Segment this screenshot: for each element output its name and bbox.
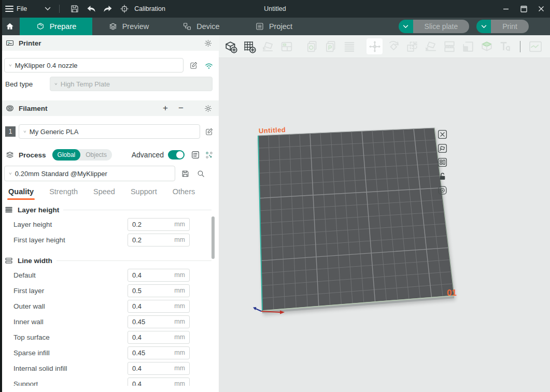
edit-filament-button[interactable]	[203, 126, 215, 137]
scale-tool-button[interactable]	[404, 38, 420, 54]
calibration-label[interactable]: Calibration	[134, 5, 165, 12]
move-tool-button[interactable]	[366, 38, 383, 54]
cut-tool-button[interactable]	[441, 38, 457, 54]
inner-wall-line-width-input[interactable]: 0.45 mm	[128, 315, 190, 328]
setting-row-inner-wall: Inner wall 0.45 mm	[0, 314, 219, 329]
layer-height-group-header: Layer height	[0, 203, 219, 216]
maximize-button[interactable]	[515, 0, 532, 18]
undo-button[interactable]	[84, 2, 98, 16]
slice-plate-button[interactable]: Slice plate	[413, 20, 470, 33]
variable-layer-height-button[interactable]	[460, 38, 476, 54]
slice-plate-split-button: Slice plate	[399, 20, 470, 33]
filament-preset-select[interactable]: ˅My Generic PLA	[19, 124, 200, 139]
menu-icon[interactable]	[5, 6, 13, 12]
settings-panel: Printer ˅MyKlipper 0.4 nozzle Bed type	[0, 35, 219, 392]
lock-plate-button[interactable]	[437, 171, 448, 182]
compare-params-button[interactable]	[203, 149, 215, 161]
layer-height-input[interactable]: 0.2 mm	[128, 218, 190, 231]
orient-plate-button[interactable]	[437, 143, 448, 154]
save-button[interactable]	[68, 2, 81, 16]
printer-connection-button[interactable]	[203, 60, 215, 71]
advanced-toggle[interactable]	[168, 150, 185, 159]
project-icon	[255, 22, 264, 31]
printer-preset-select[interactable]: ˅MyKlipper 0.4 nozzle	[4, 58, 184, 72]
minimize-button[interactable]	[497, 0, 515, 18]
main-tabbar: Prepare Preview Device Project Slice pla…	[0, 18, 550, 35]
slice-dropdown-button[interactable]	[399, 20, 413, 33]
scope-objects-option[interactable]: Objects	[80, 149, 112, 161]
remove-filament-button[interactable]: −	[175, 103, 187, 113]
home-button[interactable]	[0, 18, 20, 35]
internal-solid-infill-line-width-input[interactable]: 0.4 mm	[128, 362, 190, 375]
tab-support[interactable]: Support	[131, 187, 157, 200]
top-surface-line-width-input[interactable]: 0.4 mm	[128, 331, 190, 344]
tab-speed[interactable]: Speed	[93, 187, 115, 200]
lay-on-face-button[interactable]	[422, 38, 439, 54]
tab-strength[interactable]: Strength	[49, 187, 78, 200]
tab-preview[interactable]: Preview	[92, 18, 165, 35]
add-plate-button[interactable]	[241, 38, 257, 54]
titlebar: File Calibration Untitled	[0, 0, 550, 18]
default-line-width-input[interactable]: 0.4 mm	[128, 269, 190, 282]
tab-quality[interactable]: Quality	[8, 187, 34, 200]
toolbar-divider	[520, 41, 520, 52]
gear-icon	[204, 39, 213, 48]
calibration-icon[interactable]	[118, 2, 131, 16]
panel-scrollbar[interactable]	[211, 216, 215, 259]
setting-tabs: Quality Strength Speed Support Others	[8, 187, 219, 200]
paste-button[interactable]	[322, 38, 339, 54]
bed-type-select[interactable]: ˅High Temp Plate	[50, 77, 213, 91]
setting-row-first-layer-height: First layer height 0.2 mm	[0, 232, 219, 248]
tab-project[interactable]: Project	[237, 18, 310, 35]
process-preset-select[interactable]: ˅0.20mm Standard @MyKlipper	[4, 166, 175, 181]
parameter-list-button[interactable]	[190, 149, 201, 161]
print-button[interactable]: Print	[491, 20, 529, 33]
advanced-label: Advanced	[132, 151, 164, 159]
home-icon	[5, 22, 15, 31]
plate-settings-button[interactable]	[437, 185, 448, 196]
rotate-tool-button[interactable]	[385, 38, 401, 54]
print-dropdown-button[interactable]	[476, 20, 491, 33]
close-button[interactable]	[532, 0, 550, 18]
paint-support-button[interactable]	[478, 38, 495, 54]
file-menu-chevron-icon[interactable]	[45, 7, 51, 11]
edit-printer-button[interactable]	[188, 60, 199, 71]
process-scope-segmented: Global Objects	[52, 149, 112, 161]
filament-slot-badge[interactable]: 1	[5, 126, 16, 137]
text-tool-button[interactable]	[497, 38, 513, 54]
printer-settings-button[interactable]	[202, 37, 214, 49]
params-icon	[205, 151, 214, 159]
seam-painting-button[interactable]	[527, 38, 543, 54]
sparse-infill-line-width-input[interactable]: 0.45 mm	[128, 346, 190, 359]
file-menu[interactable]: File	[17, 5, 27, 12]
plate-name-label[interactable]: Untitled	[259, 126, 286, 135]
line-width-group-header: Line width	[0, 254, 219, 267]
setting-row-support: Support 0.4 mm	[0, 376, 219, 386]
redo-button[interactable]	[101, 2, 115, 16]
tab-others[interactable]: Others	[173, 187, 195, 200]
3d-canvas[interactable]: Untitled 01	[219, 58, 550, 392]
arrange-button[interactable]	[278, 38, 294, 54]
add-filament-button[interactable]: +	[160, 103, 171, 113]
assembly-view-button[interactable]	[341, 38, 357, 54]
outer-wall-line-width-input[interactable]: 0.4 mm	[128, 300, 190, 313]
filament-icon	[5, 104, 15, 113]
save-preset-button[interactable]	[179, 168, 191, 179]
search-settings-button[interactable]	[195, 168, 206, 179]
setting-row-outer-wall: Outer wall 0.4 mm	[0, 298, 219, 314]
delete-plate-button[interactable]	[437, 129, 448, 140]
support-line-width-input[interactable]: 0.4 mm	[128, 378, 190, 386]
add-object-button[interactable]	[222, 38, 238, 54]
tab-device[interactable]: Device	[165, 18, 237, 35]
copy-button[interactable]	[304, 38, 320, 54]
setting-row-default: Default 0.4 mm	[0, 267, 219, 283]
scope-global-option[interactable]: Global	[52, 149, 81, 161]
bed-type-label: Bed type	[5, 80, 50, 88]
first-layer-line-width-input[interactable]: 0.5 mm	[128, 284, 190, 297]
auto-orient-button[interactable]	[260, 38, 276, 54]
setting-row-first-layer: First layer 0.5 mm	[0, 283, 219, 298]
arrange-plate-button[interactable]	[437, 157, 448, 168]
filament-settings-button[interactable]	[202, 103, 214, 114]
first-layer-height-input[interactable]: 0.2 mm	[128, 234, 190, 246]
tab-prepare[interactable]: Prepare	[20, 18, 92, 35]
